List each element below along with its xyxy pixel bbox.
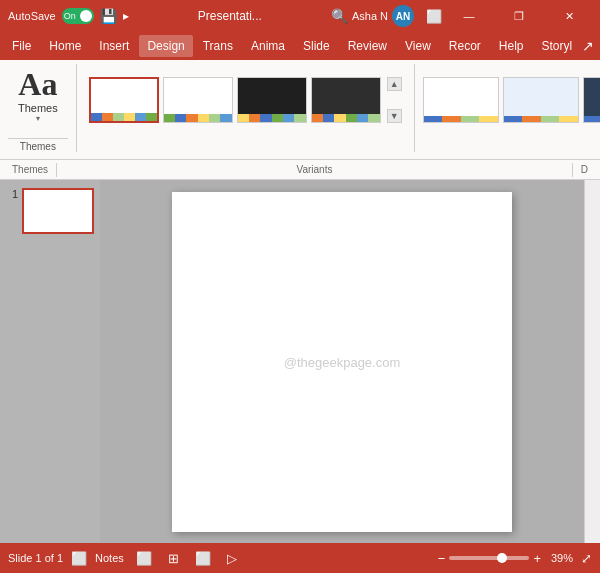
- menu-bar: File Home Insert Design Trans Anima Slid…: [0, 32, 600, 60]
- theme-thumb-1[interactable]: [89, 77, 159, 123]
- section-label-themes: Themes: [4, 164, 56, 175]
- theme-thumb-3[interactable]: [237, 77, 307, 123]
- save-icon[interactable]: 💾: [100, 8, 117, 24]
- menu-design[interactable]: Design: [139, 35, 192, 57]
- switch-window-icon[interactable]: ⬜: [426, 9, 442, 24]
- title-bar-left: AutoSave On 💾 ▸: [8, 8, 129, 24]
- menu-anima[interactable]: Anima: [243, 35, 293, 57]
- menu-insert[interactable]: Insert: [91, 35, 137, 57]
- section-label-d: D: [573, 164, 596, 175]
- theme-thumb-4[interactable]: [311, 77, 381, 123]
- slide-panel: 1: [0, 180, 100, 543]
- title-bar-right: 🔍 Asha N AN ⬜ — ❐ ✕: [331, 0, 592, 32]
- menu-storyl[interactable]: Storyl: [534, 35, 581, 57]
- normal-view-icon[interactable]: ⬜: [132, 549, 156, 568]
- search-icon[interactable]: 🔍: [331, 8, 348, 24]
- slide-canvas: @thegeekpage.com: [172, 192, 512, 532]
- section-label-variants: Variants: [57, 164, 572, 175]
- presenter-view-icon[interactable]: ▷: [223, 549, 241, 568]
- fit-to-window-icon[interactable]: ⤢: [581, 551, 592, 566]
- user-name: Asha N: [352, 10, 388, 22]
- section-labels: Themes Variants D: [0, 160, 600, 180]
- zoom-control: − + 39%: [438, 551, 573, 566]
- main-area: 1 @thegeekpage.com: [0, 180, 600, 543]
- slide-sorter-icon[interactable]: ⊞: [164, 549, 183, 568]
- reading-view-icon[interactable]: ⬜: [191, 549, 215, 568]
- autosave-toggle[interactable]: On: [62, 8, 94, 24]
- theme-thumb-2[interactable]: [163, 77, 233, 123]
- ribbon: Aa Themes ▾ Themes: [0, 60, 600, 160]
- themes-button[interactable]: Aa Themes ▾: [8, 64, 68, 127]
- autosave-label: AutoSave: [8, 10, 56, 22]
- themes-big-a: Aa: [18, 68, 57, 100]
- menu-home[interactable]: Home: [41, 35, 89, 57]
- slide-number: 1: [4, 188, 18, 200]
- themes-label: Themes: [18, 102, 58, 114]
- slide-panel-item: 1: [4, 188, 96, 234]
- status-left: Slide 1 of 1 ⬜ Notes ⬜ ⊞ ⬜ ▷: [8, 549, 241, 568]
- zoom-thumb: [497, 553, 507, 563]
- themes-scroll-down[interactable]: ▼: [387, 109, 402, 123]
- accessibility-icon[interactable]: ⬜: [71, 551, 87, 566]
- toggle-knob: [80, 10, 92, 22]
- slide-info: Slide 1 of 1: [8, 552, 63, 564]
- minimize-button[interactable]: —: [446, 0, 492, 32]
- variant-thumb-2[interactable]: [503, 77, 579, 123]
- menu-help[interactable]: Help: [491, 35, 532, 57]
- user-avatar: AN: [392, 5, 414, 27]
- slide-thumbnail[interactable]: [22, 188, 94, 234]
- zoom-slider[interactable]: [449, 556, 529, 560]
- close-button[interactable]: ✕: [546, 0, 592, 32]
- status-right: − + 39% ⤢: [438, 551, 592, 566]
- menu-slide[interactable]: Slide: [295, 35, 338, 57]
- restore-button[interactable]: ❐: [496, 0, 542, 32]
- menu-view[interactable]: View: [397, 35, 439, 57]
- themes-section-label: Themes: [8, 138, 68, 152]
- variant-thumb-3[interactable]: [583, 77, 600, 123]
- themes-scroll-up[interactable]: ▲: [387, 77, 402, 91]
- toggle-label: On: [64, 11, 76, 21]
- menu-record[interactable]: Recor: [441, 35, 489, 57]
- title-text: Presentati...: [198, 9, 262, 23]
- notes-button[interactable]: Notes: [95, 552, 124, 564]
- watermark: @thegeekpage.com: [284, 354, 401, 369]
- zoom-in-button[interactable]: +: [533, 551, 541, 566]
- zoom-level: 39%: [545, 552, 573, 564]
- status-bar: Slide 1 of 1 ⬜ Notes ⬜ ⊞ ⬜ ▷ − + 39% ⤢: [0, 543, 600, 573]
- variant-thumb-1[interactable]: [423, 77, 499, 123]
- zoom-out-button[interactable]: −: [438, 551, 446, 566]
- menu-file[interactable]: File: [4, 35, 39, 57]
- share-icon[interactable]: ↗: [582, 38, 594, 54]
- canvas-area: @thegeekpage.com: [100, 180, 584, 543]
- title-bar: AutoSave On 💾 ▸ Presentati... 🔍 Asha N A…: [0, 0, 600, 32]
- menu-trans[interactable]: Trans: [195, 35, 241, 57]
- menu-review[interactable]: Review: [340, 35, 395, 57]
- themes-chevron: ▾: [36, 114, 40, 123]
- app-title: Presentati...: [129, 9, 331, 23]
- right-panel: [584, 180, 600, 543]
